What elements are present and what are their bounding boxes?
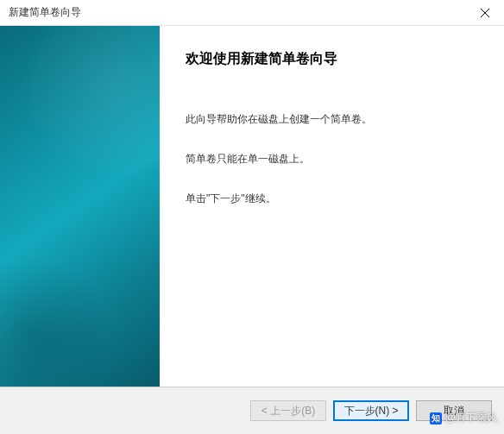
cancel-button[interactable]: 取消 <box>416 400 492 421</box>
content-area: 欢迎使用新建简单卷向导 此向导帮助你在磁盘上创建一个简单卷。 简单卷只能在单一磁… <box>0 26 504 387</box>
wizard-main: 欢迎使用新建简单卷向导 此向导帮助你在磁盘上创建一个简单卷。 简单卷只能在单一磁… <box>160 26 504 387</box>
wizard-text-1: 此向导帮助你在磁盘上创建一个简单卷。 <box>186 111 478 127</box>
window-title: 新建简单卷向导 <box>9 5 81 20</box>
wizard-text-2: 简单卷只能在单一磁盘上。 <box>186 151 478 167</box>
next-button[interactable]: 下一步(N) > <box>333 400 409 421</box>
close-button[interactable] <box>465 0 504 26</box>
titlebar: 新建简单卷向导 <box>0 0 504 26</box>
wizard-sidebar-image <box>0 26 160 387</box>
wizard-heading: 欢迎使用新建简单卷向导 <box>186 50 478 68</box>
wizard-footer: < 上一步(B) 下一步(N) > 取消 <box>0 387 504 434</box>
wizard-text-3: 单击"下一步"继续。 <box>186 191 478 206</box>
back-button: < 上一步(B) <box>250 400 326 421</box>
close-icon <box>481 9 489 17</box>
